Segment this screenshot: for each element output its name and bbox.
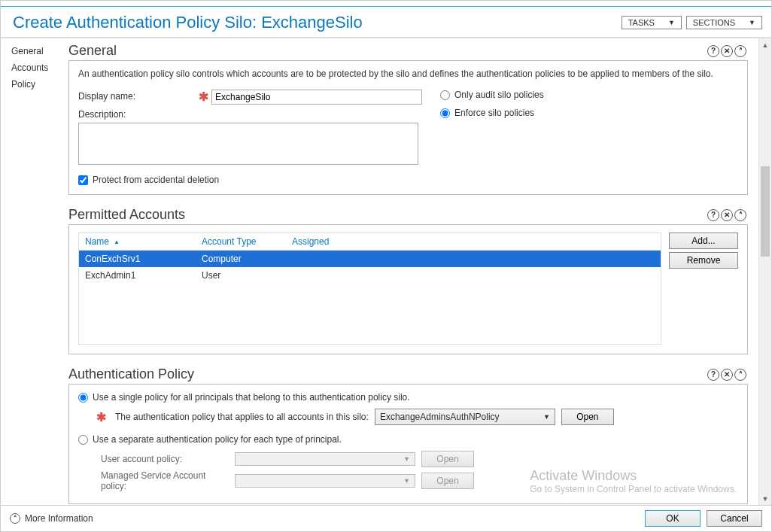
user-policy-label: User account policy: xyxy=(78,454,229,464)
help-icon[interactable]: ? xyxy=(707,369,719,381)
dropdown-icon: ▼ xyxy=(403,477,410,485)
policy-panel: Use a single policy for all principals t… xyxy=(68,384,748,504)
open-button[interactable]: Open xyxy=(561,409,614,425)
protect-label: Protect from accidental deletion xyxy=(93,175,219,185)
open-button-disabled: Open xyxy=(421,451,474,467)
scroll-thumb[interactable] xyxy=(761,166,770,257)
sidebar: General Accounts Policy xyxy=(1,38,65,505)
collapse-icon[interactable]: ˄ xyxy=(734,209,746,221)
collapse-icon[interactable]: ˄ xyxy=(734,45,746,57)
enforce-radio[interactable] xyxy=(440,108,450,118)
sidebar-item-general[interactable]: General xyxy=(11,46,65,56)
column-name[interactable]: Name ▲ xyxy=(85,236,202,247)
display-name-input[interactable] xyxy=(211,90,422,105)
msa-policy-select: ▼ xyxy=(235,474,415,488)
description-input[interactable] xyxy=(78,123,418,165)
scrollbar[interactable]: ▲ ▼ xyxy=(758,38,771,505)
dropdown-icon: ▼ xyxy=(543,413,550,421)
dropdown-icon: ▼ xyxy=(668,19,675,26)
sections-button[interactable]: SECTIONS ▼ xyxy=(686,16,762,29)
open-button-disabled: Open xyxy=(421,473,474,489)
main-content: ▲ ▼ General ? ✕ ˄ An authentication poli… xyxy=(65,38,771,505)
cancel-button[interactable]: Cancel xyxy=(707,510,762,527)
collapse-icon[interactable]: ˄ xyxy=(734,369,746,381)
separate-policy-label: Use a separate authentication policy for… xyxy=(93,434,342,445)
window-titlebar xyxy=(1,1,771,7)
user-policy-select: ▼ xyxy=(235,452,415,466)
header: Create Authentication Policy Silo: Excha… xyxy=(1,7,771,38)
sort-icon: ▲ xyxy=(114,239,120,245)
required-icon: ✱ xyxy=(199,90,208,104)
scroll-down-icon[interactable]: ▼ xyxy=(759,492,771,505)
separate-policy-radio[interactable] xyxy=(78,435,88,445)
accounts-grid: Name ▲ Account Type Assigned ConExchSrv1… xyxy=(78,233,661,345)
section-title-general: General xyxy=(68,43,707,59)
section-title-accounts: Permitted Accounts xyxy=(68,207,707,223)
ok-button[interactable]: OK xyxy=(645,510,701,527)
sidebar-item-policy[interactable]: Policy xyxy=(11,79,65,90)
single-policy-sub-label: The authentication policy that applies t… xyxy=(115,412,369,422)
close-icon[interactable]: ✕ xyxy=(721,45,733,57)
table-row[interactable]: ExchAdmin1 User xyxy=(79,267,661,284)
msa-policy-label: Managed Service Account policy: xyxy=(78,470,229,491)
description-label: Description: xyxy=(78,108,199,120)
add-button[interactable]: Add... xyxy=(669,233,738,249)
dropdown-icon: ▼ xyxy=(403,455,410,463)
single-policy-label: Use a single policy for all principals t… xyxy=(93,392,410,403)
scroll-up-icon[interactable]: ▲ xyxy=(759,38,771,51)
required-icon: ✱ xyxy=(96,410,106,424)
close-icon[interactable]: ✕ xyxy=(721,369,733,381)
policy-select[interactable]: ExchangeAdminsAuthNPolicy ▼ xyxy=(375,409,555,425)
accounts-panel: Name ▲ Account Type Assigned ConExchSrv1… xyxy=(68,224,748,354)
help-icon[interactable]: ? xyxy=(707,45,719,57)
expand-up-icon: ˄ xyxy=(10,513,20,524)
general-panel: An authentication policy silo controls w… xyxy=(68,60,748,195)
footer: ˄ More Information OK Cancel xyxy=(1,505,771,531)
general-description: An authentication policy silo controls w… xyxy=(78,68,738,79)
more-information-link[interactable]: ˄ More Information xyxy=(10,513,645,524)
sections-button-label: SECTIONS xyxy=(693,18,735,27)
column-type[interactable]: Account Type xyxy=(202,236,292,247)
sidebar-item-accounts[interactable]: Accounts xyxy=(11,62,65,73)
remove-button[interactable]: Remove xyxy=(669,252,738,269)
column-assigned[interactable]: Assigned xyxy=(292,236,655,247)
audit-label: Only audit silo policies xyxy=(454,90,544,100)
section-title-policy: Authentication Policy xyxy=(68,366,707,382)
enforce-label: Enforce silo policies xyxy=(454,108,534,118)
tasks-button[interactable]: TASKS ▼ xyxy=(622,16,682,29)
audit-radio[interactable] xyxy=(440,90,450,100)
page-title: Create Authentication Policy Silo: Excha… xyxy=(13,13,622,32)
tasks-button-label: TASKS xyxy=(628,18,655,27)
help-icon[interactable]: ? xyxy=(707,209,719,221)
close-icon[interactable]: ✕ xyxy=(721,209,733,221)
protect-checkbox[interactable] xyxy=(78,175,88,185)
dropdown-icon: ▼ xyxy=(749,19,755,26)
table-row[interactable]: ConExchSrv1 Computer xyxy=(79,251,661,267)
display-name-label: Display name: xyxy=(78,90,199,102)
single-policy-radio[interactable] xyxy=(78,393,88,403)
